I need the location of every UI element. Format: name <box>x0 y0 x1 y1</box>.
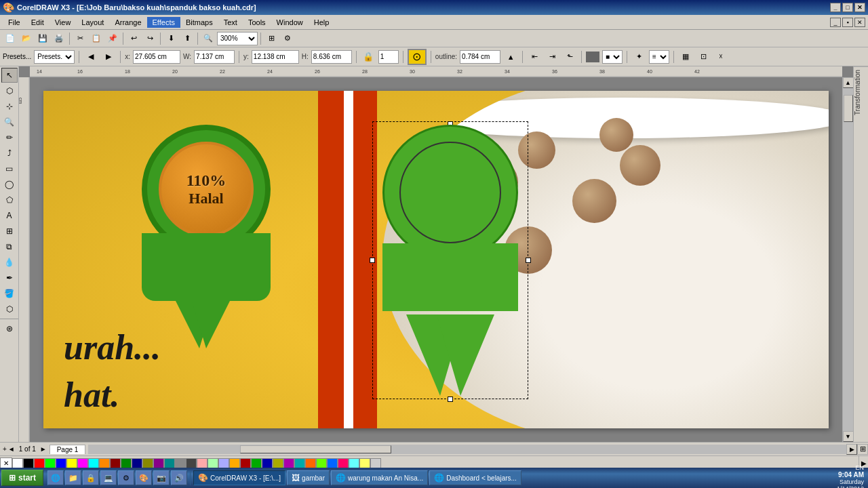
import-button[interactable]: ⬇ <box>163 32 178 45</box>
child-close-button[interactable]: ✕ <box>854 18 865 27</box>
taskbar-app-dashboard[interactable]: 🌐 Dashboard < belajars... <box>429 470 521 485</box>
taskbar-icon-6[interactable]: 🎨 <box>136 470 152 485</box>
hscroll-track[interactable] <box>88 445 846 454</box>
options-button[interactable]: ⚙ <box>280 32 295 45</box>
paste-button[interactable]: 📌 <box>105 32 120 45</box>
menu-text[interactable]: Text <box>218 17 243 28</box>
close-button[interactable]: ✕ <box>854 3 865 12</box>
print-button[interactable]: 🖨️ <box>52 32 66 45</box>
cut-button[interactable]: ✂ <box>73 32 87 45</box>
titlebar-controls[interactable]: _ □ ✕ <box>830 3 865 12</box>
w-input[interactable] <box>194 50 235 64</box>
save-button[interactable]: 💾 <box>35 32 50 45</box>
vscroll-up-button[interactable]: ▲ <box>843 77 854 88</box>
outline-input[interactable] <box>460 50 500 64</box>
polygon-tool[interactable]: ⬠ <box>1 192 18 207</box>
taskbar-app-coreldraw[interactable]: 🎨 CorelDRAW X3 - [E:\...] <box>193 470 285 485</box>
smartdraw-tool[interactable]: ⤴ <box>1 146 18 161</box>
ellipse-tool[interactable]: ◯ <box>1 177 18 192</box>
svg-text:cm: cm <box>19 98 23 104</box>
taskbar-icon-8[interactable]: 🔊 <box>171 470 187 485</box>
x-input[interactable] <box>133 50 180 64</box>
tool-btn-h[interactable]: ☓ <box>713 50 728 64</box>
outline-up[interactable]: ▲ <box>503 50 518 64</box>
menu-help[interactable]: Help <box>309 17 335 28</box>
vscroll-thumb[interactable] <box>844 95 853 122</box>
color-select[interactable]: ■ <box>602 50 623 64</box>
copy-button[interactable]: 📋 <box>89 32 104 45</box>
page-tab-1[interactable]: Page 1 <box>50 445 86 454</box>
parallel-tool[interactable]: ⧉ <box>1 239 18 254</box>
menu-edit[interactable]: Edit <box>26 17 50 28</box>
zoom-tool[interactable]: 🔍 <box>1 115 18 129</box>
child-minimize-button[interactable]: _ <box>830 18 841 27</box>
new-button[interactable]: 📄 <box>3 32 18 45</box>
maximize-button[interactable]: □ <box>842 3 853 12</box>
tool-btn-f[interactable]: ▦ <box>678 50 693 64</box>
hscroll-thumb[interactable] <box>240 445 392 453</box>
green-ribbon-selected[interactable] <box>376 125 525 396</box>
menu-layout[interactable]: Layout <box>76 17 109 28</box>
tool-btn-a[interactable]: ⇤ <box>527 50 542 64</box>
vscroll-track[interactable] <box>843 88 854 431</box>
table-tool[interactable]: ⊞ <box>1 224 18 239</box>
contour-tool-btn[interactable]: ⊙ <box>408 49 427 65</box>
menu-bitmaps[interactable]: Bitmaps <box>180 17 218 28</box>
taskbar-icon-5[interactable]: ⚙ <box>118 470 134 485</box>
menu-arrange[interactable]: Arrange <box>109 17 146 28</box>
freehand-tool[interactable]: ✏ <box>1 130 18 145</box>
undo-button[interactable]: ↩ <box>126 32 141 45</box>
y-input[interactable] <box>252 50 299 64</box>
vscroll-down-button[interactable]: ▼ <box>843 431 854 442</box>
tool-btn-b[interactable]: ⇥ <box>545 50 559 64</box>
start-button[interactable]: ⊞ start <box>1 470 43 486</box>
taskbar-icon-1[interactable]: 🌐 <box>47 470 64 485</box>
tool-btn-c[interactable]: ⬑ <box>562 50 577 64</box>
hscroll-right-button[interactable]: ▶ <box>846 444 857 455</box>
presets-select[interactable]: Presets... <box>34 50 75 64</box>
style-select[interactable]: ≡ <box>649 50 669 64</box>
ratio-input[interactable] <box>378 50 399 64</box>
prop-btn-1[interactable]: ◀ <box>83 50 98 64</box>
taskbar-app-gambar[interactable]: 🖼 gambar <box>287 470 330 485</box>
corner-btn[interactable]: ⊞ <box>857 444 868 455</box>
tool-btn-g[interactable]: ⊡ <box>696 50 711 64</box>
interactive-blend-tool[interactable]: ⬡ <box>1 302 18 317</box>
page-prev-button[interactable]: ◄ <box>8 445 15 453</box>
menu-file[interactable]: File <box>3 17 26 28</box>
zoom-in-button[interactable]: 🔍 <box>201 32 216 45</box>
redo-button[interactable]: ↪ <box>142 32 157 45</box>
lock-ratio-button[interactable]: 🔒 <box>361 50 376 64</box>
rect-tool[interactable]: ▭ <box>1 161 18 176</box>
contour-tool[interactable]: ⊛ <box>1 321 18 336</box>
export-button[interactable]: ⬆ <box>180 32 195 45</box>
open-button[interactable]: 📂 <box>19 32 34 45</box>
menu-effects[interactable]: Effects <box>147 17 180 28</box>
fill-tool[interactable]: 🪣 <box>1 286 18 301</box>
crop-tool[interactable]: ⊹ <box>1 99 18 114</box>
menu-tools[interactable]: Tools <box>243 17 271 28</box>
select-tool[interactable]: ↖ <box>1 68 18 83</box>
white-stripe <box>344 91 353 428</box>
child-restore-button[interactable]: ▪ <box>842 18 853 27</box>
taskbar-app-warung[interactable]: 🌐 warung makan An Nisa... <box>331 470 428 485</box>
page-next-button[interactable]: ► <box>40 445 47 453</box>
taskbar-icon-3[interactable]: 🔒 <box>83 470 99 485</box>
h-input[interactable] <box>311 50 352 64</box>
text-tool[interactable]: A <box>1 208 18 223</box>
tool-btn-d[interactable] <box>586 52 599 62</box>
prop-btn-2[interactable]: ▶ <box>101 50 116 64</box>
snap-button[interactable]: ⊞ <box>264 32 279 45</box>
shape-tool[interactable]: ⬡ <box>1 83 18 98</box>
eyedropper-tool[interactable]: 💧 <box>1 255 18 270</box>
outline-pen-tool[interactable]: ✒ <box>1 270 18 285</box>
taskbar-icon-7[interactable]: 📷 <box>153 470 170 485</box>
menu-window[interactable]: Window <box>271 17 309 28</box>
menu-view[interactable]: View <box>50 17 77 28</box>
taskbar-icon-2[interactable]: 📁 <box>65 470 81 485</box>
tool-btn-e[interactable]: ✦ <box>631 50 646 64</box>
zoom-select[interactable]: 300% 200% 150% 100% 75% 50% <box>217 32 258 45</box>
taskbar-icon-4[interactable]: 💻 <box>100 470 117 485</box>
minimize-button[interactable]: _ <box>830 3 841 12</box>
page-add-button[interactable]: + <box>3 445 7 453</box>
